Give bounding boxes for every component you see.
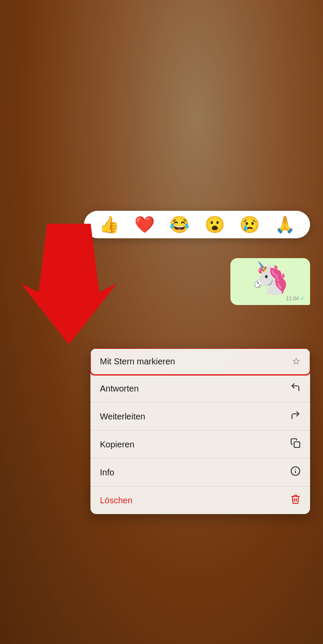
time-text: 11:04 [286, 296, 299, 302]
delivery-checkmark: ✓ [300, 295, 305, 302]
message-bubble: 🦄 11:04 ✓ [230, 258, 310, 305]
menu-delete-label: Löschen [100, 496, 133, 505]
reply-icon [290, 382, 301, 395]
forward-icon [290, 410, 301, 423]
info-icon [290, 466, 301, 479]
menu-info-label: Info [100, 468, 114, 478]
reaction-pray[interactable]: 🙏 [275, 215, 295, 234]
menu-item-star[interactable]: Mit Stern markieren ☆ [90, 348, 310, 375]
menu-item-info[interactable]: Info [90, 459, 310, 487]
message-content: 🦄 [251, 262, 290, 293]
menu-item-delete[interactable]: Löschen [90, 487, 310, 514]
message-timestamp: 11:04 ✓ [286, 295, 305, 302]
red-arrow-indicator [22, 224, 116, 344]
svg-marker-0 [22, 224, 116, 344]
context-menu: Mit Stern markieren ☆ Antworten Weiterle… [90, 348, 310, 514]
menu-copy-label: Kopieren [100, 440, 134, 450]
reaction-cry[interactable]: 😢 [239, 215, 260, 234]
copy-icon [290, 438, 301, 451]
svg-rect-1 [294, 442, 300, 447]
menu-star-label: Mit Stern markieren [100, 357, 175, 367]
menu-reply-label: Antworten [100, 384, 139, 394]
star-icon: ☆ [292, 356, 301, 367]
reaction-bar: 👍 ❤️ 😂 😮 😢 🙏 [84, 211, 310, 238]
trash-icon [290, 494, 301, 507]
reaction-surprised[interactable]: 😮 [205, 215, 225, 234]
reaction-heart[interactable]: ❤️ [134, 215, 155, 234]
reaction-laugh[interactable]: 😂 [169, 215, 189, 234]
menu-forward-label: Weiterleiten [100, 412, 145, 422]
menu-item-forward[interactable]: Weiterleiten [90, 403, 310, 431]
menu-item-reply[interactable]: Antworten [90, 375, 310, 403]
menu-item-copy[interactable]: Kopieren [90, 431, 310, 459]
